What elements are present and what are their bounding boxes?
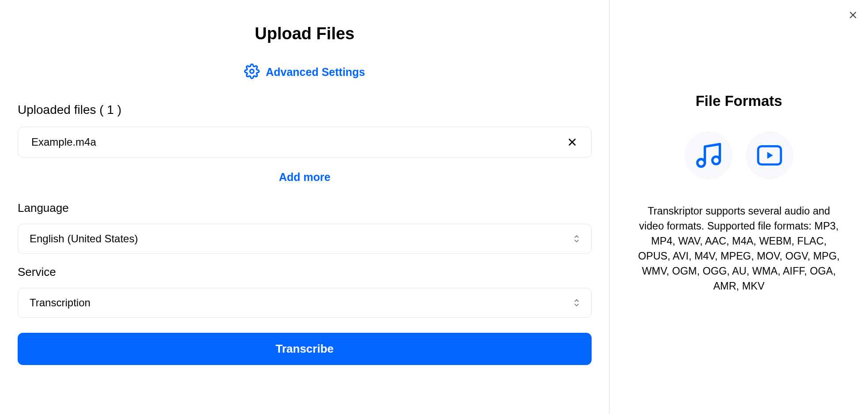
video-format-icon-circle xyxy=(746,132,793,179)
uploaded-files-heading: Uploaded files ( 1 ) xyxy=(18,103,592,117)
remove-file-button[interactable] xyxy=(566,136,578,148)
language-selected-value: English (United States) xyxy=(30,233,138,245)
formats-description: Transkriptor supports several audio and … xyxy=(632,203,846,294)
service-label: Service xyxy=(18,265,592,279)
uploaded-file-name: Example.m4a xyxy=(31,136,96,148)
uploaded-file-row: Example.m4a xyxy=(18,127,592,158)
svg-point-3 xyxy=(697,159,705,167)
gear-icon xyxy=(244,64,260,81)
svg-point-4 xyxy=(712,157,720,164)
service-select[interactable]: Transcription xyxy=(18,288,592,318)
add-more-button[interactable]: Add more xyxy=(18,171,592,184)
language-select[interactable]: English (United States) xyxy=(18,224,592,254)
video-play-icon xyxy=(756,142,783,169)
sidebar-title: File Formats xyxy=(632,93,846,109)
chevron-updown-icon xyxy=(574,235,580,243)
music-icon xyxy=(694,140,724,170)
chevron-updown-icon xyxy=(574,299,580,307)
advanced-settings-label: Advanced Settings xyxy=(266,66,365,79)
svg-marker-6 xyxy=(767,152,773,159)
language-label: Language xyxy=(18,201,592,215)
page-title: Upload Files xyxy=(18,24,592,43)
svg-point-0 xyxy=(250,69,254,73)
transcribe-button[interactable]: Transcribe xyxy=(18,333,592,365)
advanced-settings-button[interactable]: Advanced Settings xyxy=(18,64,592,81)
close-icon xyxy=(566,136,578,148)
close-panel-button[interactable] xyxy=(846,8,860,22)
audio-format-icon-circle xyxy=(685,132,732,179)
format-icons-group xyxy=(632,132,846,179)
service-selected-value: Transcription xyxy=(30,297,91,309)
close-icon xyxy=(848,10,858,20)
